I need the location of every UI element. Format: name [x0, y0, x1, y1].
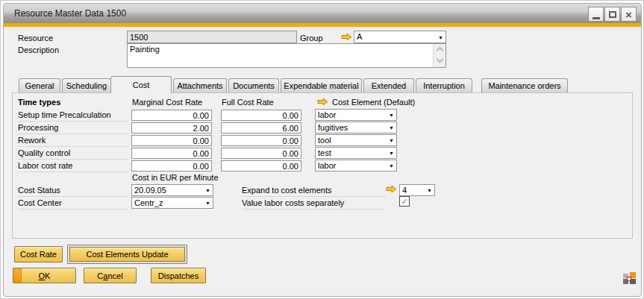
row-label: Labor cost rate [18, 160, 128, 172]
expand-value: 4 [402, 186, 407, 195]
description-field: Painting [127, 43, 446, 68]
accent-bar [4, 23, 641, 27]
cost-element-dropdown[interactable]: labor ▼ [315, 160, 397, 171]
full-cost-rate-header: Full Cost Rate [222, 98, 274, 107]
cancel-label: Cancel [97, 271, 122, 280]
cost-center-value: Centr_z [134, 198, 163, 207]
row-label: Setup time Precalculation [18, 109, 128, 122]
cost-rate-button[interactable]: Cost Rate [14, 246, 63, 262]
value-labor-costs-label: Value labor costs separately [242, 197, 385, 210]
cost-elements-update-label: Cost Elements Update [69, 247, 185, 262]
tab-documents[interactable]: Documents [228, 78, 279, 92]
titlebar[interactable]: Resource Master Data 1500 × [4, 4, 641, 23]
dropdown-arrow-icon: ▼ [389, 163, 394, 169]
full-cost-input[interactable] [221, 122, 301, 133]
expand-link-arrow-icon[interactable] [386, 185, 397, 193]
tab-attachments[interactable]: Attachments [173, 78, 227, 92]
cost-element-value: labor [318, 161, 336, 170]
window-controls: × [588, 7, 637, 22]
cost-element-value: fugitives [318, 123, 348, 132]
cost-element-value: tool [318, 136, 331, 145]
form-settings-icon[interactable] [623, 272, 636, 285]
dropdown-arrow-icon: ▼ [205, 201, 210, 206]
tab-scheduling[interactable]: Scheduling [62, 78, 111, 92]
dropdown-arrow-icon: ▼ [389, 151, 394, 156]
scroll-up-icon[interactable] [437, 47, 444, 54]
unit-note: Cost in EUR per Minute [132, 173, 219, 182]
cost-element-dropdown[interactable]: tool ▼ [315, 134, 397, 146]
marginal-cost-input[interactable] [131, 122, 212, 133]
maximize-button[interactable] [604, 7, 620, 22]
group-value: A [357, 32, 362, 41]
minimize-button[interactable] [588, 7, 604, 22]
marginal-cost-rate-header: Marginal Cost Rate [132, 98, 202, 107]
maximize-icon [609, 11, 616, 18]
dispatches-button[interactable]: Dispatches [151, 268, 206, 283]
cost-element-value: labor [318, 110, 336, 119]
value-labor-costs-checkbox[interactable]: ✓ [399, 196, 410, 207]
group-dropdown[interactable]: A ▼ [354, 31, 446, 43]
resource-label: Resource [18, 34, 53, 43]
cost-status-dropdown[interactable]: 20.09.05 ▼ [131, 184, 213, 196]
check-icon: ✓ [401, 197, 407, 206]
description-label: Description [18, 45, 59, 54]
cancel-button[interactable]: Cancel [84, 268, 137, 283]
marginal-cost-input[interactable] [131, 148, 212, 159]
minimize-icon [593, 17, 600, 19]
scroll-down-icon[interactable] [437, 56, 444, 63]
time-types-header: Time types [18, 98, 60, 107]
expand-to-cost-elements-label: Expand to cost elements [242, 184, 385, 197]
marginal-cost-input[interactable] [131, 160, 212, 171]
window-title: Resource Master Data 1500 [14, 8, 126, 19]
description-input[interactable]: Painting [128, 44, 434, 67]
tab-cost[interactable]: Cost [110, 76, 172, 93]
cost-element-header: Cost Element (Default) [332, 98, 415, 107]
expand-to-cost-elements-dropdown[interactable]: 4 ▼ [399, 184, 435, 196]
cost-element-link-arrow-icon[interactable] [317, 98, 328, 106]
ok-button[interactable]: OK [13, 268, 76, 283]
cost-status-label: Cost Status [18, 184, 128, 197]
close-icon: × [625, 9, 632, 20]
cost-element-dropdown[interactable]: labor ▼ [315, 109, 397, 121]
full-cost-input[interactable] [221, 160, 301, 171]
full-cost-input[interactable] [221, 148, 301, 159]
dropdown-arrow-icon: ▼ [205, 188, 210, 193]
close-button[interactable]: × [621, 7, 637, 22]
tab-extended[interactable]: Extended [363, 78, 414, 92]
dropdown-arrow-icon: ▼ [427, 188, 432, 193]
tab-general[interactable]: General [19, 78, 60, 92]
row-label: Rework [18, 134, 128, 147]
dropdown-arrow-icon: ▼ [438, 35, 443, 40]
cost-element-dropdown[interactable]: test ▼ [315, 147, 397, 159]
cost-element-value: test [318, 148, 331, 157]
tab-maintenance-orders[interactable]: Maintenance orders [481, 78, 568, 92]
full-cost-input[interactable] [221, 135, 301, 146]
cost-status-value: 20.09.05 [134, 186, 166, 195]
full-cost-input[interactable] [221, 110, 301, 121]
cost-center-label: Cost Center [18, 197, 128, 210]
marginal-cost-input[interactable] [131, 135, 212, 146]
resource-input[interactable] [127, 31, 297, 43]
tab-expendable-material[interactable]: Expendable material [281, 78, 362, 92]
dropdown-arrow-icon: ▼ [389, 138, 394, 143]
resource-master-data-window: Resource Master Data 1500 × Resource Gro… [3, 3, 642, 297]
ok-label: OK [39, 271, 51, 280]
row-label: Quality control [18, 147, 128, 160]
group-label: Group [300, 34, 323, 43]
dropdown-arrow-icon: ▼ [389, 113, 394, 118]
row-label: Processing [18, 122, 128, 134]
ok-default-strip [13, 268, 22, 283]
description-scrollbar[interactable] [433, 44, 446, 67]
tab-interruption[interactable]: Interruption [416, 78, 472, 92]
marginal-cost-input[interactable] [131, 110, 212, 121]
cost-element-dropdown[interactable]: fugitives ▼ [315, 122, 397, 133]
cost-center-dropdown[interactable]: Centr_z ▼ [131, 197, 213, 209]
dropdown-arrow-icon: ▼ [389, 125, 394, 130]
screenshot-root: Resource Master Data 1500 × Resource Gro… [0, 0, 644, 299]
group-link-arrow-icon[interactable] [341, 33, 352, 41]
cost-elements-update-button[interactable]: Cost Elements Update [67, 245, 187, 264]
